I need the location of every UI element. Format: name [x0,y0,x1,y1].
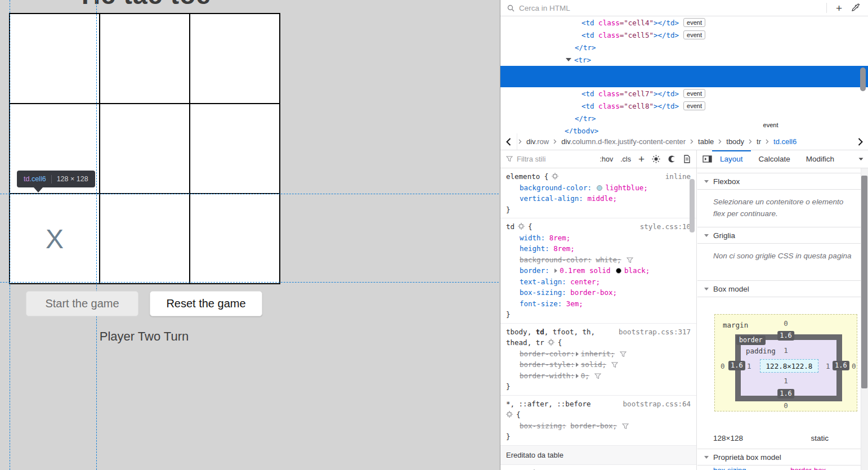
markup-line-cell7[interactable]: <td class="cell7"></td>event [500,87,868,100]
overridden-filter-icon[interactable] [627,257,633,263]
border-left-value[interactable]: 1.6 [728,361,745,370]
element-dimensions: 128×128 [713,434,743,442]
margin-bottom-value[interactable]: 0 [715,401,857,410]
breadcrumb-item-div-row[interactable]: div.row [523,137,552,146]
layout-scrollbar-thumb[interactable] [861,176,867,388]
eyedropper-icon[interactable] [851,3,860,12]
rule-source-link[interactable]: bootstrap.css:64 [623,399,691,410]
selector-target-icon[interactable] [518,223,525,230]
rule-source-link[interactable]: style.css:10 [640,221,691,232]
selector-target-icon[interactable] [552,173,558,180]
markup-line-open-tr[interactable]: <tr> [500,53,868,66]
inspector-toolbar-actions: + [826,3,868,14]
border-top-value[interactable]: 1.6 [777,331,794,341]
light-theme-icon[interactable] [652,155,660,163]
markup-line-cell8[interactable]: <td class="cell8"></td>event [500,100,868,112]
selector-target-icon[interactable] [548,339,554,346]
breadcrumb-item-tbody[interactable]: tbody [723,137,748,146]
add-rule-button[interactable]: + [638,154,645,164]
selector-target-icon[interactable] [506,411,513,418]
rules-toolbar: Filtra stili :hov .cls + [500,150,868,168]
overridden-filter-icon[interactable] [620,351,627,357]
flexbox-section-header[interactable]: Flexbox [697,173,861,190]
padding-right-value[interactable]: 1 [826,362,830,370]
breadcrumb-item-div-column[interactable]: div.column.d-flex.justify-content-center [558,137,689,146]
tab-layout[interactable]: Layout [712,150,751,168]
expander-icon[interactable] [566,58,571,61]
tab-computed[interactable]: Calcolate [751,150,798,168]
border-right-value[interactable]: 1.6 [833,361,849,370]
flexbox-hint-text: Selezionare un contenitore o elemento fl… [713,196,854,220]
start-game-button[interactable]: Start the game [26,291,138,316]
overridden-filter-icon[interactable] [594,373,601,379]
rule-source-link[interactable]: bootstrap.css:317 [619,326,691,338]
tabs-overflow-dropdown[interactable] [858,158,868,161]
search-input[interactable]: Cerca in HTML [500,4,826,12]
event-badge[interactable]: event [683,89,705,98]
padding-left-value[interactable]: 1 [747,362,751,370]
markup-line-cell5[interactable]: <td class="cell5"></td>event [500,29,868,41]
expand-shorthand-icon[interactable] [576,362,579,367]
board-cell-1[interactable] [100,14,190,104]
breadcrumb-forward-button[interactable] [852,138,868,146]
markup-line-cell4[interactable]: <td class="cell4"></td>event [500,16,868,29]
pseudo-class-toggle[interactable]: :hov [600,155,614,163]
overridden-filter-icon[interactable] [611,362,618,368]
sidebar-toggle-icon[interactable] [703,155,712,163]
search-placeholder: Cerca in HTML [519,4,570,12]
inherited-from-header: Ereditato da table [500,446,696,465]
padding-bottom-value[interactable]: 1 [715,377,857,385]
rule-source-link[interactable]: inline [665,171,691,182]
boxmodel-section-header[interactable]: Box model [697,280,861,297]
color-swatch-black[interactable] [616,268,621,274]
filter-styles-input[interactable]: Filtra stili [506,155,593,163]
breadcrumb-item-tr[interactable]: tr [753,137,764,146]
infobar-selector: td.cell6 [24,175,46,183]
dark-theme-icon[interactable] [668,155,676,163]
event-badge[interactable]: event [683,30,705,39]
grid-section-header[interactable]: Griglia [697,227,861,244]
color-swatch-lightblue[interactable] [597,185,602,191]
rule-table-style-css: table{style.css:20 [500,465,696,470]
board-cell-8[interactable] [190,194,280,284]
layout-scrollbar-track[interactable] [861,168,868,470]
overridden-filter-icon[interactable] [622,423,629,429]
margin-left-value[interactable]: 0 [721,362,725,370]
event-badge[interactable]: event [683,101,705,110]
board-cell-0[interactable] [10,14,100,104]
expand-shorthand-icon[interactable] [554,268,557,273]
board-cell-4[interactable] [100,104,190,194]
board-cell-2[interactable] [190,14,280,104]
boxmodel-properties-header[interactable]: Proprietà box model [697,449,861,465]
board-cell-5[interactable] [190,104,280,194]
expand-shorthand-icon[interactable] [576,374,579,378]
content-box[interactable]: 122.8×122.8 [760,359,818,373]
event-badge[interactable]: event [683,18,705,27]
markup-line-cell6-selected[interactable]: <td class="cell6" style="background-colo… [500,66,868,87]
rules-scrollbar[interactable] [690,179,695,232]
expand-shorthand-icon[interactable] [576,352,579,356]
reset-game-button[interactable]: Reset the game [150,291,262,316]
class-toggle[interactable]: .cls [620,155,631,163]
markup-scrollbar[interactable] [860,68,866,91]
padding-top-value[interactable]: 1 [715,346,857,355]
border-bottom-value[interactable]: 1.6 [777,389,794,399]
rules-toolbar-left: Filtra stili :hov .cls + [500,150,697,168]
board-cell-6-highlighted[interactable]: X [10,194,100,284]
event-badge[interactable]: event [760,120,782,129]
triangle-down-icon [704,180,709,183]
boxmodel-property-row[interactable]: box-sizing border-box [713,466,826,470]
breadcrumb-back-button[interactable] [500,133,517,150]
print-media-icon[interactable] [683,155,691,163]
add-node-button[interactable]: + [836,3,842,14]
markup-line-close-tr[interactable]: </tr> [500,41,868,53]
breadcrumb-item-table[interactable]: table [695,137,717,146]
margin-right-value[interactable]: 0 [852,362,856,370]
chevron-right-icon [553,139,557,144]
tab-changes[interactable]: Modifich [798,150,842,168]
board-cell-7[interactable] [100,194,190,284]
margin-top-value[interactable]: 0 [715,319,857,328]
rule-source-link[interactable]: style.css:20 [640,468,691,470]
infobar-arrow [34,187,43,193]
breadcrumb-item-td-cell6-selected[interactable]: td.cell6 [770,137,800,146]
